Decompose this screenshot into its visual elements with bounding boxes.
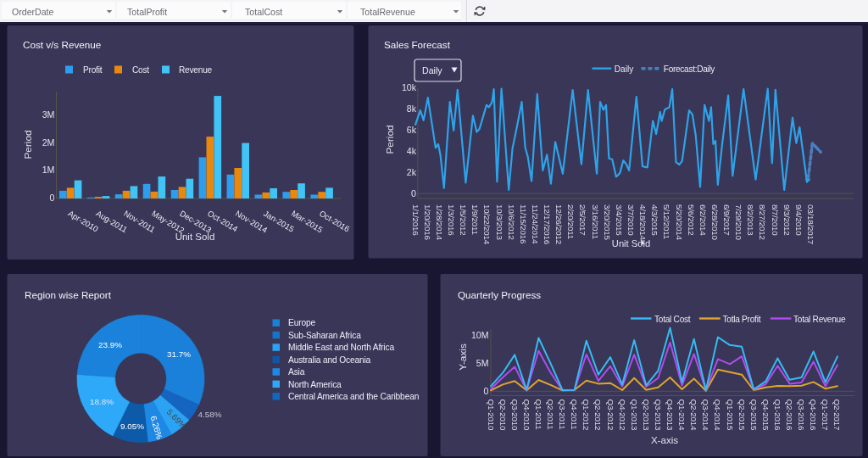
svg-text:10k: 10k xyxy=(402,82,417,92)
svg-text:Australia and Oceania: Australia and Oceania xyxy=(288,355,371,365)
svg-text:8/7/2010: 8/7/2010 xyxy=(771,204,780,236)
svg-text:Cost v/s Revenue: Cost v/s Revenue xyxy=(23,39,101,50)
svg-text:10/3/2013: 10/3/2013 xyxy=(495,204,504,241)
svg-text:TotalProfit: TotalProfit xyxy=(127,7,167,17)
svg-text:9/4/2010: 9/4/2010 xyxy=(794,204,804,236)
svg-text:Q4-2014: Q4-2014 xyxy=(713,399,722,431)
svg-text:1/20/2016: 1/20/2016 xyxy=(423,204,432,241)
svg-text:8k: 8k xyxy=(407,103,417,114)
svg-text:7/29/2010: 7/29/2010 xyxy=(734,204,743,241)
svg-text:8/27/2012: 8/27/2012 xyxy=(758,204,767,240)
svg-text:2/20/2011: 2/20/2011 xyxy=(566,204,576,239)
svg-text:Daily: Daily xyxy=(422,65,442,75)
svg-text:Q2-2010: Q2-2010 xyxy=(498,399,508,431)
svg-text:9/3/2012: 9/3/2012 xyxy=(782,204,792,236)
svg-text:Sales Forecast: Sales Forecast xyxy=(384,39,451,50)
svg-text:Q2-2015: Q2-2015 xyxy=(737,399,747,431)
svg-text:6/9/2017: 6/9/2017 xyxy=(722,204,732,236)
svg-text:Q2-2016: Q2-2016 xyxy=(785,399,794,431)
svg-text:Revenue: Revenue xyxy=(179,65,213,75)
svg-text:Q2-2013: Q2-2013 xyxy=(642,399,651,431)
svg-text:Q4-2016: Q4-2016 xyxy=(809,399,818,431)
svg-text:Q4-2013: Q4-2013 xyxy=(665,399,675,431)
svg-text:5M: 5M xyxy=(476,358,489,368)
svg-text:Q3-2012: Q3-2012 xyxy=(606,399,615,431)
svg-text:0: 0 xyxy=(411,188,416,198)
svg-text:31.7%: 31.7% xyxy=(167,349,191,359)
svg-text:5/6/2012: 5/6/2012 xyxy=(687,204,696,236)
svg-text:4.58%: 4.58% xyxy=(198,410,221,419)
svg-text:Q3-2010: Q3-2010 xyxy=(510,399,520,431)
svg-text:Q3-2014: Q3-2014 xyxy=(701,399,710,431)
svg-text:Region wise Report: Region wise Report xyxy=(25,289,112,300)
svg-text:Q3-2016: Q3-2016 xyxy=(797,399,806,431)
svg-text:Q3-2015: Q3-2015 xyxy=(749,399,759,431)
svg-text:3/20/2015: 3/20/2015 xyxy=(603,204,612,241)
svg-text:Q3-2011: Q3-2011 xyxy=(558,399,567,430)
svg-text:Y-axis: Y-axis xyxy=(457,344,469,371)
svg-text:Sub-Saharan Africa: Sub-Saharan Africa xyxy=(288,331,361,340)
svg-text:10M: 10M xyxy=(471,330,489,340)
svg-text:2k: 2k xyxy=(407,167,417,177)
svg-text:9.05%: 9.05% xyxy=(120,422,144,431)
svg-text:Q1-2013: Q1-2013 xyxy=(630,399,639,431)
svg-text:Total Revenue: Total Revenue xyxy=(793,315,846,324)
svg-text:Q2-2012: Q2-2012 xyxy=(593,399,603,431)
svg-text:Period: Period xyxy=(384,125,396,154)
svg-text:4k: 4k xyxy=(407,146,417,156)
svg-text:Period: Period xyxy=(22,130,34,159)
svg-text:Q4-2012: Q4-2012 xyxy=(618,399,627,431)
svg-text:5/12/2011: 5/12/2011 xyxy=(662,204,671,239)
svg-text:Q4-2015: Q4-2015 xyxy=(761,399,771,431)
svg-text:Q4-2011: Q4-2011 xyxy=(570,399,579,430)
svg-text:18.8%: 18.8% xyxy=(90,397,114,406)
svg-text:1/28/2014: 1/28/2014 xyxy=(435,204,444,241)
svg-text:5/20/2014: 5/20/2014 xyxy=(675,204,684,241)
svg-text:Totla Profit: Totla Profit xyxy=(723,315,761,324)
svg-text:1/1/2016: 1/1/2016 xyxy=(411,204,420,236)
svg-text:Q1-2016: Q1-2016 xyxy=(773,399,782,431)
svg-text:TotalCost: TotalCost xyxy=(245,7,282,17)
svg-text:Q2-2014: Q2-2014 xyxy=(689,399,698,431)
svg-text:Q3-2013: Q3-2013 xyxy=(654,399,663,431)
svg-text:4/18/2014: 4/18/2014 xyxy=(638,204,648,241)
svg-text:Q2-2011: Q2-2011 xyxy=(546,399,555,430)
svg-text:10/6/2012: 10/6/2012 xyxy=(507,204,516,240)
svg-text:Profit: Profit xyxy=(83,65,103,75)
svg-text:1/5/2012: 1/5/2012 xyxy=(459,204,468,236)
svg-text:3/7/2010: 3/7/2010 xyxy=(626,204,636,236)
svg-text:Forecast:Daily: Forecast:Daily xyxy=(664,64,716,74)
svg-text:Q1-2011: Q1-2011 xyxy=(534,399,543,430)
svg-text:Asia: Asia xyxy=(288,367,305,377)
svg-text:Q1-2014: Q1-2014 xyxy=(677,399,687,431)
svg-text:Cost: Cost xyxy=(132,65,149,75)
svg-text:3M: 3M xyxy=(42,109,55,120)
svg-text:North America: North America xyxy=(288,380,342,389)
svg-text:1/3/2016: 1/3/2016 xyxy=(447,204,456,236)
svg-text:6k: 6k xyxy=(407,125,417,135)
svg-text:3/4/2015: 3/4/2015 xyxy=(615,204,624,236)
svg-text:Q1-2012: Q1-2012 xyxy=(581,399,591,431)
svg-text:Daily: Daily xyxy=(615,64,634,74)
svg-text:1/9/2011: 1/9/2011 xyxy=(470,204,480,235)
svg-text:1M: 1M xyxy=(42,165,55,175)
svg-text:11/24/2014: 11/24/2014 xyxy=(531,204,540,244)
svg-text:8/2/2013: 8/2/2013 xyxy=(746,204,755,236)
svg-text:Q4-2010: Q4-2010 xyxy=(522,399,531,431)
svg-text:Quarterly Progress: Quarterly Progress xyxy=(458,289,541,300)
svg-text:4/3/2015: 4/3/2015 xyxy=(650,204,659,236)
svg-text:OrderDate: OrderDate xyxy=(12,7,54,17)
svg-text:12/26/2012: 12/26/2012 xyxy=(554,204,564,244)
svg-text:2/5/2017: 2/5/2017 xyxy=(578,204,587,236)
svg-text:6/28/2010: 6/28/2010 xyxy=(710,204,720,241)
svg-text:Middle East and North Africa: Middle East and North Africa xyxy=(288,343,394,352)
svg-text:Q2-2017: Q2-2017 xyxy=(832,399,842,431)
svg-text:23.9%: 23.9% xyxy=(98,340,122,349)
svg-text:12/17/2016: 12/17/2016 xyxy=(542,204,552,245)
svg-text:03/18/2017: 03/18/2017 xyxy=(806,204,815,244)
svg-text:Q1-2010: Q1-2010 xyxy=(487,399,496,431)
svg-text:Q1-2017: Q1-2017 xyxy=(821,399,830,431)
svg-text:6/2/2014: 6/2/2014 xyxy=(698,204,708,236)
svg-text:X-axis: X-axis xyxy=(651,434,678,445)
svg-text:TotalRevenue: TotalRevenue xyxy=(360,7,415,17)
